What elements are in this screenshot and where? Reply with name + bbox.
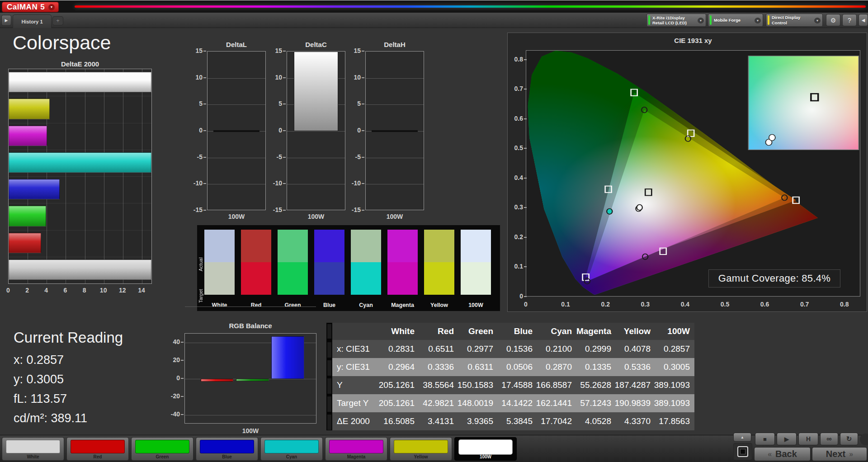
slot-separator <box>9 203 151 203</box>
target-swatch <box>351 262 381 295</box>
axis-tick: 0 <box>508 292 523 300</box>
calman-window: CalMAN5 ▼ ▶ History 1 + X-Rite i1Display… <box>0 0 868 462</box>
axis-tick: 0.4 <box>677 301 693 308</box>
next-button[interactable]: Next » <box>812 447 867 461</box>
reading-y: y: 0.3005 <box>14 372 64 387</box>
gridline <box>208 158 265 158</box>
status-indicator <box>860 434 868 445</box>
swatch-label: 100W <box>458 302 494 308</box>
table-cell: 150.1583 <box>458 376 498 394</box>
chevron-down-icon: ▼ <box>755 18 761 24</box>
hold-button[interactable]: H <box>798 433 818 445</box>
patch-button-blue[interactable]: Blue <box>196 437 258 461</box>
patch-swatch <box>458 439 513 455</box>
patch-swatch <box>200 440 254 453</box>
patch-button-magenta[interactable]: Magenta <box>325 437 387 461</box>
tab-scroll-button[interactable]: ▶ <box>1 15 11 26</box>
axis-tick: 0.1 <box>557 301 574 308</box>
gutter-block <box>327 324 331 339</box>
collapse-panel-button[interactable]: ◀ <box>859 14 868 26</box>
actual-swatch <box>387 230 418 262</box>
swatch-column-white: White <box>204 225 235 311</box>
axis-tick: 0.5 <box>508 144 523 151</box>
continuous-read-button[interactable]: ∞ <box>820 433 838 445</box>
meter-dropdown[interactable]: X-Rite i1Display Retail LCD (LED) ▼ <box>646 14 706 27</box>
rgb-bar-red <box>201 379 234 382</box>
gutter-block <box>327 360 331 376</box>
play-button[interactable]: ▶ <box>777 433 797 445</box>
add-tab-button[interactable]: + <box>52 16 63 25</box>
table-cell: 4.3370 <box>616 412 655 430</box>
swatch-label: Green <box>275 302 311 308</box>
actual-swatch <box>351 230 381 262</box>
axis-tick: -5 <box>267 153 282 160</box>
table-header-cell: Blue <box>498 323 537 340</box>
gutter-block <box>327 342 331 358</box>
table-header-cell: Cyan <box>537 323 576 340</box>
deltaH-chart <box>365 51 424 210</box>
rgb-balance-chart <box>184 333 316 424</box>
table-cell: 42.9821 <box>419 394 458 412</box>
gridline <box>208 78 265 79</box>
deltaL-x-label: 100W <box>207 213 266 220</box>
gridline <box>366 78 424 79</box>
gridline <box>185 306 316 307</box>
display-dropdown-label: Direct Display Control <box>772 15 812 26</box>
patch-button-red[interactable]: Red <box>66 437 129 461</box>
axis-tick: 15 <box>187 47 203 54</box>
axis-tick: 0 <box>165 374 180 382</box>
patch-label: Red <box>67 454 128 459</box>
patch-label: Yellow <box>390 454 452 459</box>
refresh-button[interactable]: ↻ <box>840 433 858 445</box>
patch-button-cyan[interactable]: Cyan <box>260 437 323 461</box>
display-status-indicator <box>768 15 769 25</box>
row-label: y: CIE31 <box>332 358 380 376</box>
gridline <box>287 158 345 158</box>
axis-tick: -15 <box>187 206 203 213</box>
gutter-block <box>327 396 331 412</box>
meter-status-indicator <box>648 15 650 25</box>
axis-tick: 0.8 <box>836 301 853 308</box>
table-cell: 205.1261 <box>380 394 419 412</box>
axis-tick: 0.7 <box>508 85 523 92</box>
expand-panel-button[interactable]: ▲ <box>733 433 751 442</box>
patch-window-button[interactable] <box>733 443 752 460</box>
target-swatch <box>241 262 271 295</box>
axis-tick: 8 <box>76 287 93 294</box>
actual-swatch <box>461 230 491 262</box>
slot-separator <box>9 230 151 231</box>
patch-window-icon <box>737 446 748 457</box>
axis-tick: 0.4 <box>508 174 523 181</box>
table-cell: 17.4588 <box>498 376 537 394</box>
app-logo-menu[interactable]: CalMAN5 ▼ <box>2 2 59 12</box>
tab-history1[interactable]: History 1 <box>13 14 52 28</box>
patch-button-100w[interactable]: 100W <box>454 437 517 461</box>
back-button[interactable]: « Back <box>754 447 811 461</box>
table-row: x: CIE310.28310.65110.29770.15360.21000.… <box>332 340 694 358</box>
gridline <box>366 184 424 184</box>
table-row: y: CIE310.29640.33360.63110.05060.28700.… <box>332 358 694 376</box>
help-button[interactable]: ? <box>842 14 857 26</box>
back-chevron-icon: « <box>768 450 772 458</box>
patch-button-white[interactable]: White <box>2 437 64 461</box>
gridline <box>366 104 424 105</box>
axis-tick: 0.6 <box>508 115 523 122</box>
actual-swatch <box>204 230 235 262</box>
source-dropdown[interactable]: Mobile Forge ▼ <box>708 14 763 27</box>
table-cell: 38.5564 <box>419 376 458 394</box>
display-control-dropdown[interactable]: Direct Display Control ▼ <box>766 14 823 27</box>
swatch-column-green: Green <box>278 225 308 311</box>
table-cell: 0.6511 <box>419 340 458 358</box>
settings-button[interactable]: ⚙ <box>826 14 840 26</box>
axis-tick: -40 <box>165 410 180 418</box>
patch-button-green[interactable]: Green <box>131 437 193 461</box>
patch-button-yellow[interactable]: Yellow <box>390 437 452 461</box>
table-cell: 0.2870 <box>537 358 576 376</box>
deltaC-bar <box>294 52 338 131</box>
patch-label: Cyan <box>261 454 322 459</box>
stop-button[interactable]: ■ <box>755 433 775 445</box>
actual-swatch <box>241 230 271 262</box>
deltaH-x-label: 100W <box>365 213 424 220</box>
cie-diagram-svg <box>526 51 860 296</box>
deltaL-title: DeltaL <box>207 41 266 48</box>
